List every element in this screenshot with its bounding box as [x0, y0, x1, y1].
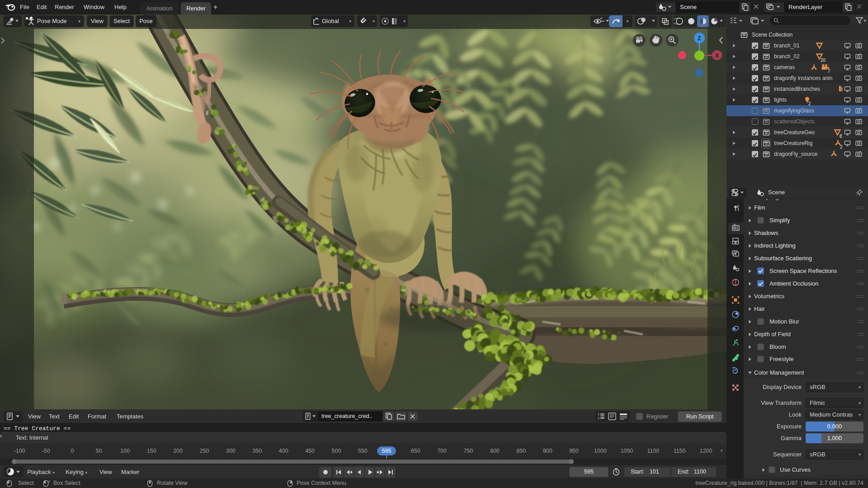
svg-text:X: X	[715, 52, 719, 59]
svg-text:2: 2	[598, 417, 599, 420]
svg-text:Z: Z	[698, 35, 701, 42]
svg-text:1: 1	[598, 413, 599, 416]
